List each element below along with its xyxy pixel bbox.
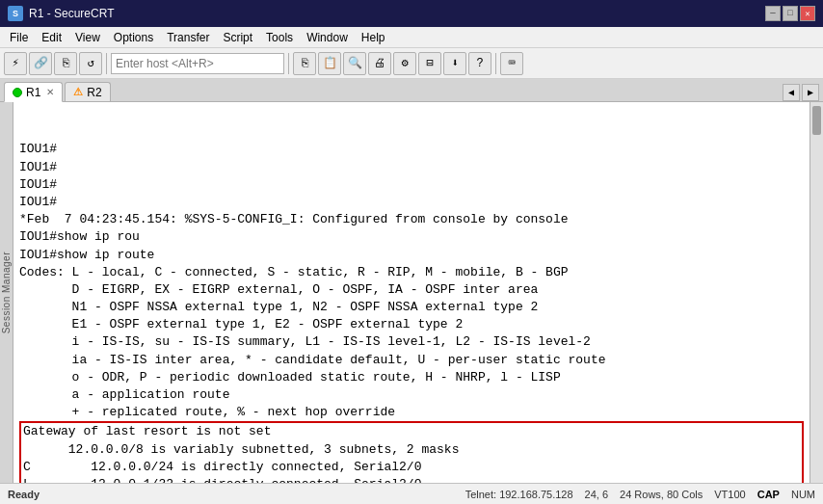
menu-window[interactable]: Window bbox=[301, 29, 354, 46]
status-terminal-type: VT100 bbox=[714, 489, 745, 500]
window-title: R1 - SecureCRT bbox=[29, 7, 114, 20]
app-icon: S bbox=[8, 6, 23, 21]
status-coords: 24, 6 bbox=[585, 489, 608, 500]
tab-r1-close-icon[interactable]: ✕ bbox=[46, 87, 54, 97]
toolbar-print-btn[interactable]: 🖨 bbox=[368, 52, 391, 75]
toolbar-lock-btn[interactable]: ⊟ bbox=[418, 52, 441, 75]
toolbar-sep-1 bbox=[106, 53, 107, 74]
toolbar-download-btn[interactable]: ⬇ bbox=[443, 52, 466, 75]
terminal-content: IOU1#IOU1#IOU1#IOU1#*Feb 7 04:23:45.154:… bbox=[19, 141, 804, 483]
title-bar: S R1 - SecureCRT — □ ✕ bbox=[0, 0, 823, 27]
terminal-scrollbar[interactable] bbox=[810, 102, 823, 483]
terminal-line-13: ia - IS-IS inter area, * - candidate def… bbox=[19, 352, 804, 369]
close-button[interactable]: ✕ bbox=[800, 6, 815, 21]
scrollbar-thumb[interactable] bbox=[812, 106, 821, 135]
hl-line-5: L 12.0.0.1/32 is directly connected, Ser… bbox=[23, 476, 800, 483]
terminal-line-4: IOU1# bbox=[19, 194, 804, 211]
highlighted-section: Gateway of last resort is not set 12.0.0… bbox=[19, 421, 804, 483]
terminal-line-14: o - ODR, P - periodic downloaded static … bbox=[19, 369, 804, 386]
tab-r1[interactable]: R1 ✕ bbox=[4, 82, 63, 102]
maximize-button[interactable]: □ bbox=[783, 6, 798, 21]
main-area: Session Manager IOU1#IOU1#IOU1#IOU1#*Feb… bbox=[0, 102, 823, 483]
status-cap: CAP bbox=[757, 489, 780, 500]
status-num: NUM bbox=[791, 489, 815, 500]
toolbar-help-btn[interactable]: ? bbox=[468, 52, 491, 75]
session-manager-label: Session Manager bbox=[1, 252, 12, 333]
status-telnet: Telnet: 192.168.75.128 bbox=[465, 489, 573, 500]
terminal-line-8: Codes: L - local, C - connected, S - sta… bbox=[19, 264, 804, 281]
session-sidebar[interactable]: Session Manager bbox=[0, 102, 13, 483]
menu-options[interactable]: Options bbox=[108, 29, 159, 46]
terminal-line-10: N1 - OSPF NSSA external type 1, N2 - OSP… bbox=[19, 299, 804, 316]
toolbar-keypad-btn[interactable]: ⌨ bbox=[500, 52, 523, 75]
toolbar-new-btn[interactable]: ⚡ bbox=[4, 52, 27, 75]
tab-r1-status-icon bbox=[13, 88, 22, 97]
toolbar-copy-btn[interactable]: ⎘ bbox=[293, 52, 316, 75]
terminal-line-15: a - application route bbox=[19, 386, 804, 404]
toolbar-connect-btn[interactable]: 🔗 bbox=[29, 52, 52, 75]
hl-line-1: Gateway of last resort is not set bbox=[23, 423, 800, 440]
tab-r1-label: R1 bbox=[26, 86, 40, 99]
terminal-line-7: IOU1#show ip route bbox=[19, 247, 804, 264]
tab-next-button[interactable]: ▶ bbox=[802, 84, 819, 101]
terminal-line-11: E1 - OSPF external type 1, E2 - OSPF ext… bbox=[19, 316, 804, 333]
hl-line-3: 12.0.0.0/8 is variably subnetted, 3 subn… bbox=[23, 441, 800, 459]
tabs-container: R1 ✕ ⚠ R2 bbox=[4, 82, 111, 101]
menu-view[interactable]: View bbox=[69, 29, 106, 46]
menu-tools[interactable]: Tools bbox=[260, 29, 299, 46]
toolbar-settings-btn[interactable]: ⚙ bbox=[393, 52, 416, 75]
toolbar-sep-2 bbox=[288, 53, 289, 74]
terminal-line-5: *Feb 7 04:23:45.154: %SYS-5-CONFIG_I: Co… bbox=[19, 211, 804, 228]
menu-help[interactable]: Help bbox=[356, 29, 391, 46]
minimize-button[interactable]: — bbox=[765, 6, 781, 21]
toolbar-reconnect-btn[interactable]: ↺ bbox=[79, 52, 102, 75]
terminal-line-12: i - IS-IS, su - IS-IS summary, L1 - IS-I… bbox=[19, 333, 804, 351]
tab-r2-warning-icon: ⚠ bbox=[73, 86, 83, 98]
toolbar-clone-btn[interactable]: ⎘ bbox=[54, 52, 77, 75]
terminal-line-2: IOU1# bbox=[19, 159, 804, 176]
hl-line-4: C 12.0.0.0/24 is directly connected, Ser… bbox=[23, 459, 800, 476]
tab-r2-label: R2 bbox=[87, 86, 101, 99]
tab-nav[interactable]: ◀ ▶ bbox=[783, 84, 819, 101]
menu-transfer[interactable]: Transfer bbox=[161, 29, 215, 46]
window-controls[interactable]: — □ ✕ bbox=[765, 6, 815, 21]
terminal-line-1: IOU1# bbox=[19, 141, 804, 158]
toolbar-find-btn[interactable]: 🔍 bbox=[343, 52, 366, 75]
terminal-line-3: IOU1# bbox=[19, 176, 804, 194]
tab-r2[interactable]: ⚠ R2 bbox=[65, 82, 110, 101]
toolbar-paste-btn[interactable]: 📋 bbox=[318, 52, 341, 75]
status-ready: Ready bbox=[8, 489, 40, 500]
title-bar-left: S R1 - SecureCRT bbox=[8, 6, 114, 21]
status-dimensions: 24 Rows, 80 Cols bbox=[620, 489, 703, 500]
terminal-wrapper: IOU1#IOU1#IOU1#IOU1#*Feb 7 04:23:45.154:… bbox=[13, 102, 823, 483]
tab-prev-button[interactable]: ◀ bbox=[783, 84, 800, 101]
toolbar: ⚡ 🔗 ⎘ ↺ ⎘ 📋 🔍 🖨 ⚙ ⊟ ⬇ ? ⌨ bbox=[0, 48, 823, 79]
status-left: Ready bbox=[8, 489, 40, 500]
menu-edit[interactable]: Edit bbox=[36, 29, 67, 46]
terminal-line-9: D - EIGRP, EX - EIGRP external, O - OSPF… bbox=[19, 281, 804, 299]
menu-bar: File Edit View Options Transfer Script T… bbox=[0, 27, 823, 48]
menu-file[interactable]: File bbox=[4, 29, 34, 46]
toolbar-sep-3 bbox=[495, 53, 496, 74]
tab-bar: R1 ✕ ⚠ R2 ◀ ▶ bbox=[0, 79, 823, 102]
status-bar: Ready Telnet: 192.168.75.128 24, 6 24 Ro… bbox=[0, 483, 823, 504]
status-right: Telnet: 192.168.75.128 24, 6 24 Rows, 80… bbox=[465, 489, 815, 500]
terminal-line-6: IOU1#show ip rou bbox=[19, 228, 804, 246]
host-input[interactable] bbox=[111, 53, 284, 74]
terminal[interactable]: IOU1#IOU1#IOU1#IOU1#*Feb 7 04:23:45.154:… bbox=[13, 102, 810, 483]
menu-script[interactable]: Script bbox=[217, 29, 258, 46]
terminal-line-16: + - replicated route, % - next hop overr… bbox=[19, 404, 804, 421]
